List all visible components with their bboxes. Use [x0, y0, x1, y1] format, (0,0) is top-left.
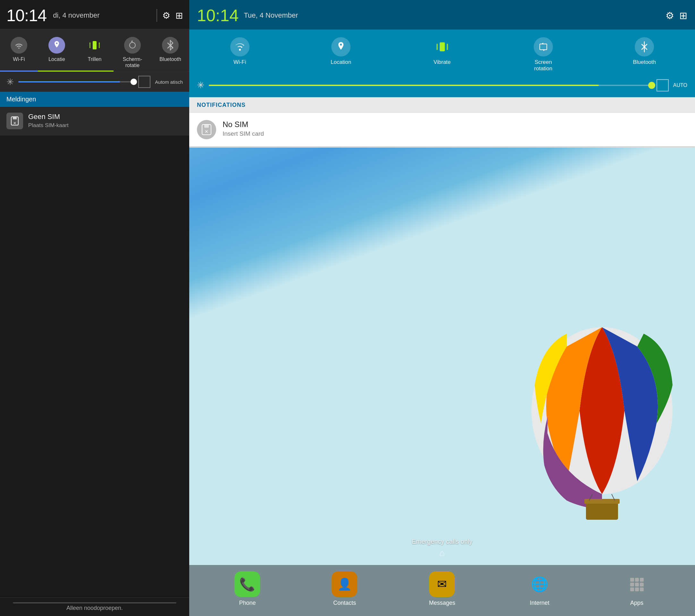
right-notifications-title: NOTIFICATIONS: [197, 102, 246, 108]
svg-rect-22: [635, 578, 639, 582]
left-panel: 10:14 di, 4 november ⚙ ⊞ Wi-Fi: [0, 0, 189, 616]
toggle-wifi[interactable]: Wi-Fi: [0, 32, 38, 71]
sim-notification-icon: ✕: [6, 113, 23, 129]
sim-notification-text: Geen SIM Plaats SIM-kaart: [28, 113, 69, 129]
svg-rect-6: [13, 117, 17, 119]
right-sim-icon: ✕: [197, 120, 216, 139]
svg-rect-23: [640, 578, 644, 582]
right-sim-subtitle: Insert SIM card: [223, 130, 264, 137]
right-toggle-location[interactable]: Location: [290, 33, 391, 76]
left-time: 10:14: [6, 6, 47, 25]
internet-icon: 🌐: [527, 571, 552, 597]
right-notification-panel: 10:14 Tue, 4 November ⚙ ⊞ Wi-Fi: [189, 0, 695, 148]
wifi-underline: [0, 71, 38, 71]
toggle-location[interactable]: Locatie: [38, 32, 76, 71]
bluetooth-underline: [151, 71, 189, 71]
right-notification-card[interactable]: ✕ No SIM Insert SIM card: [189, 113, 695, 146]
svg-text:✕: ✕: [205, 129, 208, 134]
right-grid-icon[interactable]: ⊞: [679, 10, 687, 21]
right-screen-rotation-label: Screenrotation: [534, 59, 553, 72]
settings-icon[interactable]: ⚙: [162, 10, 170, 21]
apps-label: Apps: [630, 600, 643, 606]
bluetooth-label: Bluetooth: [159, 56, 181, 62]
location-label: Locatie: [48, 56, 65, 62]
dock-messages[interactable]: ✉ Messages: [429, 571, 455, 606]
right-quick-toggles: Wi-Fi Location: [189, 30, 695, 76]
svg-rect-28: [635, 587, 639, 591]
right-bluetooth-icon: [635, 37, 654, 56]
right-status-icons: ⚙ ⊞: [665, 10, 687, 21]
right-panel: 10:14 Tue, 4 November ⚙ ⊞ Wi-Fi: [189, 0, 695, 616]
right-auto-box[interactable]: [657, 79, 669, 91]
dock-internet[interactable]: 🌐 Internet: [527, 571, 552, 606]
right-toggle-screen-rotation[interactable]: Screenrotation: [493, 33, 594, 76]
screen-rotation-underline: [114, 71, 151, 71]
notifications-title: Meldingen: [6, 96, 36, 103]
svg-rect-21: [630, 578, 634, 582]
brightness-icon: ✳: [6, 77, 14, 87]
right-brightness-icon: ✳: [197, 80, 204, 90]
brightness-slider[interactable]: [18, 81, 134, 82]
sim-notification-subtitle: Plaats SIM-kaart: [28, 122, 69, 129]
right-dock: 📞 Phone 👤 Contacts ✉ Messages 🌐 Internet: [189, 565, 695, 616]
left-notification-item[interactable]: ✕ Geen SIM Plaats SIM-kaart: [0, 107, 189, 135]
messages-icon: ✉: [429, 571, 455, 597]
scrollbar[interactable]: [13, 602, 176, 603]
grid-icon[interactable]: ⊞: [175, 10, 183, 21]
svg-rect-17: [540, 44, 547, 50]
right-vibrate-label: Vibrate: [434, 59, 451, 65]
phone-icon: 📞: [235, 571, 260, 597]
internet-label: Internet: [530, 600, 549, 606]
right-wifi-icon: [230, 37, 250, 56]
brightness-thumb: [131, 79, 137, 85]
left-notifications-header: Meldingen: [0, 92, 189, 107]
bluetooth-icon: [162, 37, 179, 54]
contacts-icon: 👤: [332, 571, 357, 597]
right-bluetooth-label: Bluetooth: [633, 59, 656, 65]
left-bottom: Alleen noodoproepen.: [0, 597, 189, 616]
balloon: [509, 321, 695, 545]
apps-icon: [624, 571, 649, 597]
svg-rect-19: [204, 124, 209, 128]
contacts-label: Contacts: [333, 600, 356, 606]
dock-phone[interactable]: 📞 Phone: [235, 571, 260, 606]
messages-label: Messages: [429, 600, 455, 606]
wifi-label: Wi-Fi: [13, 56, 25, 62]
brightness-fill: [18, 81, 120, 82]
right-settings-icon[interactable]: ⚙: [665, 10, 674, 21]
right-toggle-vibrate[interactable]: Vibrate: [392, 33, 493, 76]
right-sim-title: No SIM: [223, 120, 264, 129]
right-date: Tue, 4 November: [244, 11, 665, 20]
emergency-text: Alleen noodoproepen.: [66, 605, 123, 611]
left-brightness-row: ✳ Autom atisch: [0, 71, 189, 92]
right-brightness-fill: [209, 85, 599, 86]
toggle-vibrate[interactable]: Trillen: [76, 32, 114, 71]
right-brightness-row: ✳ AUTO: [189, 76, 695, 97]
svg-rect-24: [630, 583, 634, 586]
left-status-bar: 10:14 di, 4 november ⚙ ⊞: [0, 0, 189, 29]
right-notifications-header: NOTIFICATIONS: [189, 97, 695, 113]
right-location-icon: [331, 37, 351, 56]
right-location-label: Location: [330, 59, 351, 65]
left-date: di, 4 november: [53, 11, 153, 20]
right-brightness-thumb: [648, 82, 655, 89]
auto-box[interactable]: [138, 76, 150, 88]
svg-rect-29: [640, 587, 644, 591]
dock-apps[interactable]: Apps: [624, 571, 649, 606]
right-toggle-wifi[interactable]: Wi-Fi: [189, 33, 290, 76]
svg-rect-25: [635, 583, 639, 586]
screen-rotation-icon: [124, 37, 141, 54]
toggle-screen-rotation[interactable]: Scherm-rotatie: [114, 32, 151, 71]
vibrate-icon: [86, 37, 103, 54]
right-wifi-label: Wi-Fi: [234, 59, 246, 65]
right-toggle-bluetooth[interactable]: Bluetooth: [594, 33, 695, 76]
right-screen-rotation-icon: [534, 37, 553, 56]
right-sim-notification-text: No SIM Insert SIM card: [223, 120, 264, 137]
right-brightness-slider[interactable]: [209, 85, 652, 86]
svg-point-13: [239, 49, 241, 51]
right-auto-label: AUTO: [673, 82, 687, 88]
toggle-bluetooth[interactable]: Bluetooth: [151, 32, 189, 71]
right-emergency-area: Emergency calls only: [189, 532, 695, 552]
dock-contacts[interactable]: 👤 Contacts: [332, 571, 357, 606]
svg-rect-14: [440, 43, 445, 51]
